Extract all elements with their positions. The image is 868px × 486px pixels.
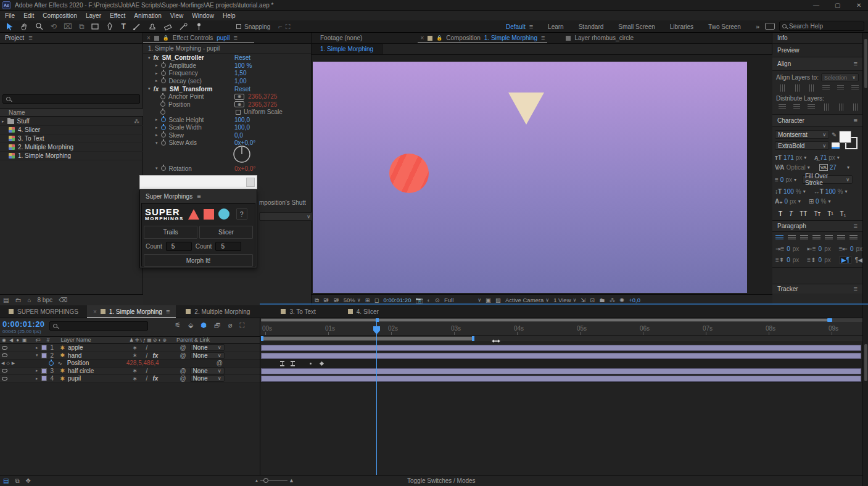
baseline-shift-value[interactable]: 0	[785, 198, 788, 205]
close-button[interactable]: ✕	[856, 2, 861, 9]
crosshair-button[interactable]: ⊕	[234, 94, 244, 100]
timeline-track-area[interactable]: 00s 01s 02s 03s 04s 05s 06s 07s 08s 09s	[260, 318, 862, 475]
aux-viewer-icon[interactable]: 🖳	[333, 297, 339, 303]
scrollbar-thumb[interactable]	[864, 39, 867, 88]
leading-value[interactable]: 71	[820, 154, 827, 161]
property-skew-axis[interactable]: ▾ Skew Axis 0x+0,0°	[143, 139, 311, 147]
count-input-1[interactable]: 5	[166, 242, 192, 251]
distribute-v-center-icon[interactable]	[793, 104, 801, 110]
keyframe-hold-icon[interactable]	[280, 361, 284, 366]
property-uniform-scale[interactable]: Uniform Scale	[143, 109, 311, 117]
property-value[interactable]: 0,0	[234, 132, 243, 139]
composition-canvas[interactable]	[313, 62, 747, 293]
stopwatch-icon[interactable]	[161, 78, 166, 83]
label-color-swatch[interactable]	[41, 353, 47, 358]
workspace-two-screen[interactable]: Two Screen	[708, 23, 741, 30]
tsume-value[interactable]: 0	[816, 198, 819, 205]
graph-editor-icon[interactable]: 🗗	[214, 322, 221, 329]
project-item-multiple-morphing[interactable]: 2. Multiple Morphing	[0, 143, 143, 152]
tab-close-icon[interactable]: ×	[147, 35, 151, 41]
show-channel-icon[interactable]: ⊙	[435, 297, 440, 303]
timeline-tab-to-text[interactable]: 3. To Text	[271, 305, 325, 318]
uniform-scale-checkbox[interactable]	[236, 110, 241, 115]
layer-name[interactable]: apple	[68, 344, 133, 351]
superscript-button[interactable]: T¹	[827, 210, 833, 217]
property-anchor-point[interactable]: Anchor Point ⊕ 2365,3725	[143, 93, 311, 101]
keyframe-nav-prev-icon[interactable]: ◀	[1, 361, 4, 366]
expand-icon[interactable]: ▸	[36, 376, 38, 381]
timeline-timecode[interactable]: 0:00:01:20	[2, 319, 45, 329]
brush-tool-icon[interactable]	[133, 22, 141, 31]
menu-help[interactable]: Help	[223, 12, 236, 19]
project-search-input[interactable]	[2, 94, 140, 104]
keyframe-nav-next-icon[interactable]: ▶	[12, 361, 15, 366]
playhead-line[interactable]	[376, 322, 377, 475]
track-row[interactable]	[260, 344, 862, 352]
work-area-start-handle[interactable]	[261, 336, 263, 341]
space-after-value[interactable]: 0	[819, 257, 822, 263]
horizontal-scale-dropdown-icon[interactable]: ▾	[845, 189, 847, 194]
timeline-tab-multiple-morphing[interactable]: 2. Multiple Morphing	[176, 305, 260, 318]
choose-grid-icon[interactable]: ⊞	[365, 297, 370, 303]
show-snapshot-icon[interactable]: ◐	[427, 297, 431, 303]
stopwatch-icon[interactable]	[160, 94, 165, 99]
tracker-panel-header[interactable]: Tracker ≡	[772, 284, 862, 294]
project-columns-header[interactable]: Name	[0, 108, 143, 117]
property-skew[interactable]: ▸ Skew 0,0	[143, 131, 311, 139]
collapse-switch-icon[interactable]: ∗	[133, 368, 138, 374]
selection-tool-icon[interactable]	[5, 22, 13, 31]
workspace-libraries[interactable]: Libraries	[670, 23, 693, 30]
project-footer-folder-icon[interactable]: 🗀	[15, 297, 21, 303]
justify-last-center-button[interactable]	[825, 235, 833, 241]
auto-orient-icon[interactable]: ⧉	[15, 477, 19, 485]
always-preview-icon[interactable]: ⧉	[315, 297, 319, 304]
menu-composition[interactable]: Composition	[43, 12, 77, 19]
snapshot-icon[interactable]: 📷	[415, 297, 423, 303]
align-top-icon[interactable]	[822, 85, 830, 91]
layer-tab[interactable]: Layer rhombus_circle	[566, 35, 634, 41]
label-color-swatch[interactable]	[41, 376, 47, 381]
property-row-position[interactable]: ◀ ◇ ▶ ∿ Position 428,5,486,4 @	[0, 360, 260, 368]
crosshair-button[interactable]: ⊕	[234, 101, 244, 107]
indent-right-value[interactable]: 0	[850, 245, 854, 252]
exposure-offset[interactable]: +0,0	[629, 297, 640, 303]
baseline-dropdown-icon[interactable]: ▾	[798, 199, 801, 204]
menu-edit[interactable]: Edit	[23, 12, 34, 19]
layer-row-hand[interactable]: ▾ 2 ✱ hand ∗ / fx @ None∨	[0, 352, 260, 360]
workspace-default[interactable]: Default	[506, 23, 526, 30]
clone-stamp-tool-icon[interactable]	[148, 22, 157, 31]
zoom-tool-icon[interactable]	[35, 22, 44, 31]
timeline-tab-slicer[interactable]: 4. Slicer	[338, 305, 389, 318]
circle-shape[interactable]	[389, 154, 429, 193]
character-panel-header[interactable]: Character ≡	[772, 115, 862, 127]
project-bit-depth[interactable]: 8 bpc	[38, 297, 52, 303]
columns-icon[interactable]: ✥	[26, 477, 31, 484]
stroke-width-dropdown-icon[interactable]: ▾	[794, 177, 796, 183]
stopwatch-icon[interactable]	[161, 117, 166, 122]
input-side-button[interactable]	[246, 178, 255, 187]
clipped-dropdown[interactable]: ∨	[259, 212, 313, 221]
align-menu-icon[interactable]: ≡	[854, 60, 858, 67]
parent-select[interactable]: None∨	[190, 368, 225, 374]
work-area-track[interactable]	[261, 336, 862, 341]
property-position[interactable]: Position ⊕ 2365,3725	[143, 101, 311, 109]
expand-icon[interactable]: ▸	[2, 119, 4, 124]
property-rotation[interactable]: ▾ Rotation 0x+0,0°	[143, 165, 311, 173]
horizontal-scale-value[interactable]: 100	[825, 188, 836, 195]
track-row[interactable]	[260, 375, 862, 383]
viewer-timecode[interactable]: 0:00:01:20	[384, 297, 411, 303]
view-layout-select[interactable]: 1 View∨	[553, 297, 576, 303]
timeline-menu-icon[interactable]: ≡	[166, 308, 170, 315]
viewport[interactable]	[312, 55, 772, 294]
align-text-left-button[interactable]	[775, 235, 783, 241]
quality-switch[interactable]: /	[146, 344, 148, 351]
vertical-scale-value[interactable]: 100	[783, 188, 794, 195]
font-style-select[interactable]: ExtraBold∨	[775, 141, 829, 150]
stopwatch-icon[interactable]	[161, 141, 166, 146]
align-v-center-icon[interactable]	[837, 85, 845, 91]
tsume-dropdown-icon[interactable]: ▾	[829, 199, 831, 204]
property-value[interactable]: 100 %	[234, 62, 252, 69]
menu-layer[interactable]: Layer	[86, 12, 101, 19]
project-item-simple-morphing[interactable]: 1. Simple Morphing	[0, 152, 143, 160]
fx-switch[interactable]: fx	[152, 375, 161, 382]
